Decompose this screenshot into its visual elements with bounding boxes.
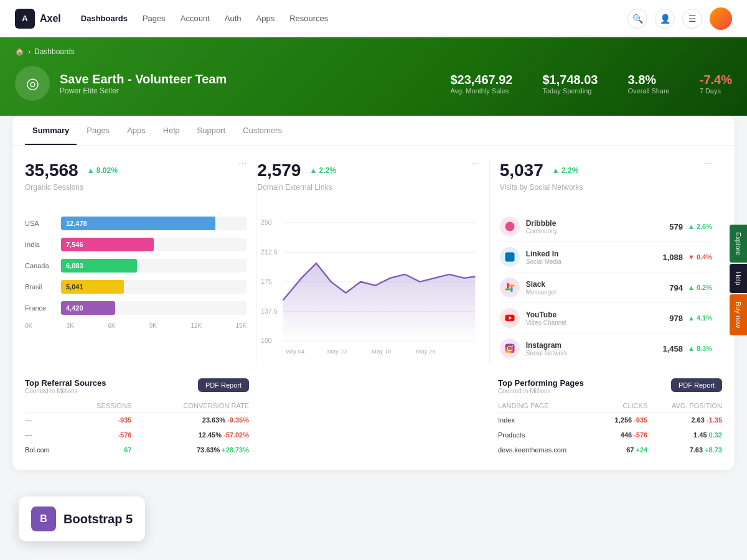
line-chart: 250 212.5 175 137.5 100 [257, 212, 479, 362]
pages-title: Top Performing Pages [498, 378, 584, 388]
metric-2-more[interactable]: ··· [704, 158, 712, 192]
hero-logo: ◎ [15, 66, 50, 101]
breadcrumb-home: 🏠 [15, 47, 24, 56]
metric-1-value: 2,579 [257, 161, 301, 180]
pages-table-section: Top Performing Pages Counted in Millions… [498, 378, 722, 457]
svg-rect-22 [505, 344, 514, 353]
hero-stat-3: -7.4% 7 Days [700, 73, 732, 95]
nav-link-dashboards[interactable]: Dashboards [81, 14, 128, 23]
hero-stat-2-label: Overall Share [627, 87, 669, 95]
line-chart-section: 250 212.5 175 137.5 100 [257, 207, 489, 363]
pages-sub: Counted in Millions [498, 388, 584, 394]
tab-summary[interactable]: Summary [25, 116, 77, 145]
tab-customers[interactable]: Customers [235, 116, 289, 145]
help-sidebar-button[interactable]: Help [730, 264, 747, 293]
social-item-slack: Slack Messanger 794 ▲ 0.2% [500, 273, 712, 303]
pages-pdf-button[interactable]: PDF Report [671, 378, 722, 392]
svg-point-24 [512, 345, 513, 347]
tabs-bar: Summary Pages Apps Help Support Customer… [12, 116, 735, 146]
bar-row-canada: Canada 6,083 [25, 259, 247, 273]
table-row: Index 1,256 -935 2.63 -1.35 [498, 413, 722, 428]
metric-1-label: Domain External Links [257, 183, 340, 192]
social-item-youtube: YouTube Video Channel 978 ▲ 4.1% [500, 303, 712, 334]
referral-sub: Counted in Millions [25, 388, 106, 394]
tab-pages[interactable]: Pages [79, 116, 117, 145]
buy-now-button[interactable]: Buy now [730, 294, 747, 335]
breadcrumb-current[interactable]: Dashboards [34, 47, 75, 56]
main-content: Summary Pages Apps Help Support Customer… [0, 116, 747, 482]
metric-domain-links: 2,579 ▲ 2.2% Domain External Links ··· [257, 161, 489, 207]
hero-stat-3-value: -7.4% [700, 73, 732, 87]
breadcrumb: 🏠 › Dashboards [15, 47, 732, 56]
youtube-icon [500, 308, 520, 328]
referral-data-table: SESSIONS CONVERSION RATE — -935 23.63% -… [25, 399, 249, 457]
svg-text:May 18: May 18 [372, 348, 391, 355]
nav-link-pages[interactable]: Pages [143, 14, 166, 23]
svg-text:175: 175 [261, 278, 272, 285]
brand-name: Axel [40, 13, 61, 24]
svg-point-14 [505, 222, 514, 231]
pages-data-table: LANDING PAGE CLICKS AVG. POSITION Index … [498, 399, 722, 457]
referral-pdf-button[interactable]: PDF Report [198, 378, 249, 392]
svg-text:250: 250 [261, 218, 272, 226]
metric-social-visits: 5,037 ▲ 2.2% Visits by Social Networks ·… [490, 161, 722, 207]
hero-content: ◎ Save Earth - Volunteer Team Power Elit… [15, 66, 732, 101]
nav-links: Dashboards Pages Account Auth Apps Resou… [81, 14, 627, 23]
svg-rect-18 [505, 289, 510, 291]
social-item-linkedin: Linked In Social Media 1,088 ▼ 0.4% [500, 242, 712, 273]
menu-button[interactable]: ☰ [682, 9, 702, 29]
svg-text:May 26: May 26 [416, 348, 436, 355]
search-button[interactable]: 🔍 [627, 9, 647, 29]
metrics-row: 35,568 ▲ 8.02% Organic Sessions ··· 2,57… [12, 146, 735, 207]
tab-support[interactable]: Support [190, 116, 233, 145]
metric-2-change: ▲ 2.2% [548, 165, 583, 176]
bar-row-usa: USA 12,478 [25, 217, 247, 230]
breadcrumb-separator: › [28, 47, 31, 56]
charts-area: USA 12,478 India 7,546 [12, 207, 735, 378]
avatar[interactable] [710, 7, 732, 30]
sidebar-buttons: Explore Help Buy now [730, 225, 747, 335]
brand-icon: A [15, 9, 35, 29]
line-chart-svg: 250 212.5 175 137.5 100 [257, 212, 479, 360]
nav-link-apps[interactable]: Apps [256, 14, 275, 23]
social-list: Dribbble Community 579 ▲ 2.6% Linked In … [500, 212, 712, 363]
bar-chart-section: USA 12,478 India 7,546 [25, 207, 257, 363]
bar-row-india: India 7,546 [25, 238, 247, 251]
metric-0-label: Organic Sessions [25, 183, 121, 192]
svg-text:May 04: May 04 [285, 348, 304, 355]
hero-stat-1-value: $1,748.03 [543, 73, 598, 87]
notifications-button[interactable]: 👤 [655, 9, 675, 29]
hero-stat-2: 3.8% Overall Share [627, 73, 669, 95]
nav-link-account[interactable]: Account [181, 14, 210, 23]
metric-1-change: ▲ 2.2% [306, 165, 340, 176]
social-networks-section: Dribbble Community 579 ▲ 2.6% Linked In … [490, 207, 722, 363]
bar-row-brasil: Brasil 5,041 [25, 280, 247, 294]
referral-table-section: Top Referral Sources Counted in Millions… [25, 378, 249, 457]
hero-stat-0: $23,467.92 Avg. Monthly Sales [450, 73, 512, 95]
svg-text:May 10: May 10 [327, 348, 347, 355]
bar-chart: USA 12,478 India 7,546 [25, 217, 247, 329]
social-item-dribbble: Dribbble Community 579 ▲ 2.6% [500, 212, 712, 242]
nav-link-auth[interactable]: Auth [225, 14, 242, 23]
metric-organic-sessions: 35,568 ▲ 8.02% Organic Sessions ··· [25, 161, 257, 207]
tab-apps[interactable]: Apps [120, 116, 153, 145]
nav-actions: 🔍 👤 ☰ [627, 7, 732, 30]
tab-help[interactable]: Help [156, 116, 187, 145]
metric-1-more[interactable]: ··· [471, 158, 479, 192]
svg-text:137.5: 137.5 [261, 307, 278, 315]
hero-info: Save Earth - Volunteer Team Power Elite … [60, 72, 227, 95]
hero-stat-2-value: 3.8% [627, 73, 669, 87]
navbar: A Axel Dashboards Pages Account Auth App… [0, 0, 747, 37]
table-row: — -935 23.63% -9.35% [25, 413, 249, 428]
brand[interactable]: A Axel [15, 9, 61, 29]
metric-2-label: Visits by Social Networks [500, 183, 583, 192]
metric-0-value: 35,568 [25, 161, 78, 180]
nav-link-resources[interactable]: Resources [289, 14, 328, 23]
main-card: Summary Pages Apps Help Support Customer… [12, 116, 735, 470]
metric-0-more[interactable]: ··· [238, 158, 247, 192]
linkedin-icon [500, 247, 520, 267]
svg-rect-17 [510, 287, 512, 292]
hero-subtitle: Power Elite Seller [60, 86, 227, 95]
explore-button[interactable]: Explore [730, 225, 747, 263]
svg-rect-16 [507, 283, 509, 289]
